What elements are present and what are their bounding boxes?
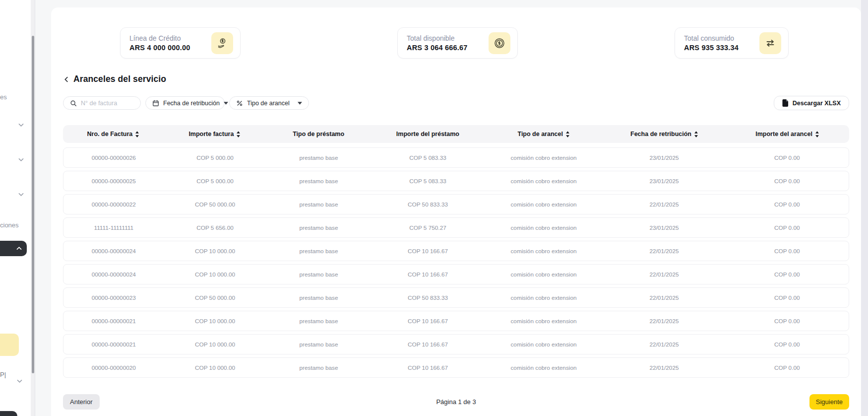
sidebar-item-dark[interactable] — [0, 411, 17, 416]
column-header-label: Tipo de préstamo — [293, 131, 344, 138]
percent-icon — [236, 100, 243, 107]
cell-invoice-number: 00000-00000021 — [63, 318, 164, 325]
cell-loan-amount: COP 5 083.33 — [372, 154, 485, 161]
table-row[interactable]: 00000-00000021 COP 10 000.00 prestamo ba… — [63, 311, 849, 331]
cell-fee-type: comisión cobro extension — [484, 201, 603, 208]
sidebar-item-highlighted[interactable] — [0, 334, 19, 356]
cell-loan-type: prestamo base — [266, 271, 371, 278]
download-xlsx-button[interactable]: Descargar XLSX — [774, 96, 849, 110]
chevron-down-icon[interactable] — [18, 122, 24, 128]
table-row[interactable]: 00000-00000024 COP 10 000.00 prestamo ba… — [63, 241, 849, 261]
table-row[interactable]: 11111-11111111 COP 5 656.00 prestamo bas… — [63, 217, 849, 238]
file-icon — [782, 99, 789, 107]
next-page-button[interactable]: Siguiente — [809, 394, 849, 410]
table-row[interactable]: 00000-00000024 COP 10 000.00 prestamo ba… — [63, 264, 849, 284]
cell-loan-amount: COP 5 083.33 — [372, 178, 485, 185]
cell-fee-type: comisión cobro extension — [484, 154, 603, 161]
fee-type-filter-label: Tipo de arancel — [247, 100, 290, 107]
cell-invoice-number: 00000-00000020 — [63, 364, 164, 371]
cell-fee-type: comisión cobro extension — [484, 294, 603, 301]
column-header[interactable]: Tipo de préstamo — [266, 131, 371, 138]
cell-loan-type: prestamo base — [266, 294, 371, 301]
chevron-down-icon[interactable] — [16, 378, 23, 384]
total-available-card: Total disponible ARS 3 064 666.67 — [397, 27, 518, 59]
fee-type-filter-dropdown[interactable]: Tipo de arancel — [229, 96, 309, 110]
sort-icon — [694, 131, 698, 138]
cell-payment-date: 23/01/2025 — [603, 154, 726, 161]
table-row[interactable]: 00000-00000023 COP 50 000.00 prestamo ba… — [63, 287, 849, 308]
cell-payment-date: 22/01/2025 — [603, 341, 726, 348]
cell-invoice-amount: COP 10 000.00 — [164, 364, 266, 371]
cell-invoice-number: 00000-00000022 — [63, 201, 164, 208]
cell-invoice-number: 00000-00000026 — [63, 154, 164, 161]
table-row[interactable]: 00000-00000020 COP 10 000.00 prestamo ba… — [63, 357, 849, 378]
table-row[interactable]: 00000-00000021 COP 10 000.00 prestamo ba… — [63, 334, 849, 354]
cell-loan-amount: COP 10 166.67 — [372, 318, 485, 325]
cell-fee-type: comisión cobro extension — [484, 178, 603, 185]
hand-coin-icon — [211, 32, 233, 54]
cell-invoice-amount: COP 5 000.00 — [164, 178, 266, 185]
cell-fee-amount: COP 0.00 — [725, 201, 849, 208]
cell-loan-type: prestamo base — [266, 178, 371, 185]
card-value: ARS 3 064 666.67 — [407, 44, 468, 52]
cell-loan-amount: COP 50 833.33 — [372, 201, 485, 208]
cell-fee-type: comisión cobro extension — [484, 341, 603, 348]
download-xlsx-label: Descargar XLSX — [793, 100, 841, 107]
column-header[interactable]: Nro. de Factura — [63, 131, 164, 138]
cell-payment-date: 22/01/2025 — [603, 201, 726, 208]
cell-fee-amount: COP 0.00 — [725, 364, 849, 371]
cell-fee-amount: COP 0.00 — [725, 294, 849, 301]
column-header-label: Importe del arancel — [755, 131, 812, 138]
cell-loan-type: prestamo base — [266, 224, 371, 231]
invoice-search-field[interactable] — [63, 96, 141, 110]
chevron-left-icon[interactable] — [63, 76, 70, 83]
cell-payment-date: 22/01/2025 — [603, 318, 726, 325]
chevron-down-icon[interactable] — [18, 156, 24, 163]
chevron-down-icon[interactable] — [18, 191, 24, 198]
card-label: Total consumido — [684, 34, 739, 42]
sidebar-item-label: ciones — [0, 221, 19, 229]
cell-invoice-amount: COP 5 656.00 — [164, 224, 266, 231]
table-row[interactable]: 00000-00000026 COP 5 000.00 prestamo bas… — [63, 147, 849, 168]
table-row[interactable]: 00000-00000025 COP 5 000.00 prestamo bas… — [63, 171, 849, 191]
cell-payment-date: 22/01/2025 — [603, 271, 726, 278]
sort-icon — [236, 131, 241, 138]
column-header[interactable]: Tipo de arancel — [485, 131, 603, 138]
sidebar-scrollbar-thumb[interactable] — [32, 36, 34, 373]
column-header[interactable]: Fecha de retribución — [603, 131, 726, 138]
sort-icon — [565, 131, 570, 138]
cell-invoice-amount: COP 50 000.00 — [164, 294, 266, 301]
previous-page-button[interactable]: Anterior — [63, 394, 100, 410]
sort-icon — [135, 131, 139, 138]
date-filter-dropdown[interactable]: Fecha de retribución — [145, 96, 225, 110]
cell-fee-amount: COP 0.00 — [725, 318, 849, 325]
search-input[interactable] — [81, 100, 134, 107]
cell-invoice-amount: COP 10 000.00 — [164, 271, 266, 278]
cell-invoice-amount: COP 10 000.00 — [164, 248, 266, 255]
cell-loan-amount: COP 10 166.67 — [372, 364, 485, 371]
cell-invoice-number: 00000-00000024 — [63, 271, 164, 278]
coins-icon — [489, 32, 510, 54]
column-header-label: Importe del préstamo — [396, 131, 459, 138]
calendar-icon — [152, 100, 159, 107]
cell-invoice-amount: COP 5 000.00 — [164, 154, 266, 161]
table-header-row: Nro. de Factura Importe factura Tipo de … — [63, 125, 849, 143]
column-header[interactable]: Importe factura — [164, 131, 266, 138]
column-header[interactable]: Importe del arancel — [726, 131, 849, 138]
cell-loan-amount: COP 50 833.33 — [372, 294, 485, 301]
cell-loan-type: prestamo base — [266, 201, 371, 208]
table-row[interactable]: 00000-00000022 COP 50 000.00 prestamo ba… — [63, 194, 849, 214]
cell-fee-type: comisión cobro extension — [484, 224, 603, 231]
sidebar-item-label: P| — [0, 371, 6, 378]
cell-payment-date: 22/01/2025 — [603, 294, 726, 301]
column-header[interactable]: Importe del préstamo — [371, 131, 484, 138]
filter-bar: Fecha de retribución Tipo de arancel Des… — [63, 96, 849, 110]
cell-fee-amount: COP 0.00 — [725, 248, 849, 255]
cell-loan-amount: COP 10 166.67 — [372, 248, 485, 255]
column-header-label: Nro. de Factura — [87, 131, 133, 138]
transfer-arrows-icon — [759, 32, 781, 54]
sidebar-scrollbar[interactable] — [31, 0, 35, 416]
cell-fee-type: comisión cobro extension — [484, 364, 603, 371]
window-scrollbar[interactable] — [861, 0, 868, 416]
sidebar-item-active[interactable] — [0, 241, 27, 256]
